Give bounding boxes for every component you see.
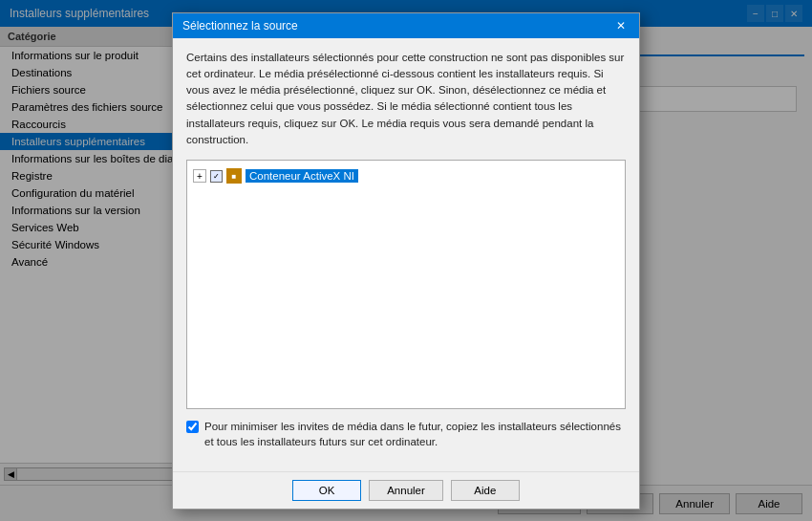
- tree-expand-button[interactable]: +: [193, 169, 206, 183]
- tree-item-icon: ■: [226, 168, 242, 184]
- modal-aide-button[interactable]: Aide: [451, 480, 520, 501]
- modal-description: Certains des installateurs sélectionnés …: [186, 50, 626, 149]
- modal-minimize-checkbox[interactable]: [186, 421, 199, 433]
- modal-footer: OK Annuler Aide: [173, 471, 639, 509]
- modal-annuler-button[interactable]: Annuler: [369, 480, 443, 501]
- modal-checkbox-label: Pour minimiser les invites de média dans…: [204, 419, 626, 449]
- tree-item-activex: + ✓ ■ Conteneur ActiveX NI: [193, 166, 619, 185]
- modal-title: Sélectionnez la source: [182, 19, 298, 33]
- modal-dialog: Sélectionnez la source ✕ Certains des in…: [172, 12, 640, 510]
- modal-ok-button[interactable]: OK: [292, 480, 361, 501]
- activex-icon: ■: [232, 172, 237, 181]
- modal-tree-view[interactable]: + ✓ ■ Conteneur ActiveX NI: [186, 160, 626, 409]
- modal-overlay: Sélectionnez la source ✕ Certains des in…: [0, 0, 812, 521]
- tree-item-checkbox[interactable]: ✓: [210, 170, 223, 183]
- modal-close-button[interactable]: ✕: [612, 17, 630, 34]
- tree-item-label[interactable]: Conteneur ActiveX NI: [246, 169, 358, 183]
- modal-title-bar: Sélectionnez la source ✕: [173, 13, 639, 38]
- modal-checkbox-row: Pour minimiser les invites de média dans…: [186, 419, 626, 449]
- modal-body: Certains des installateurs sélectionnés …: [173, 38, 639, 471]
